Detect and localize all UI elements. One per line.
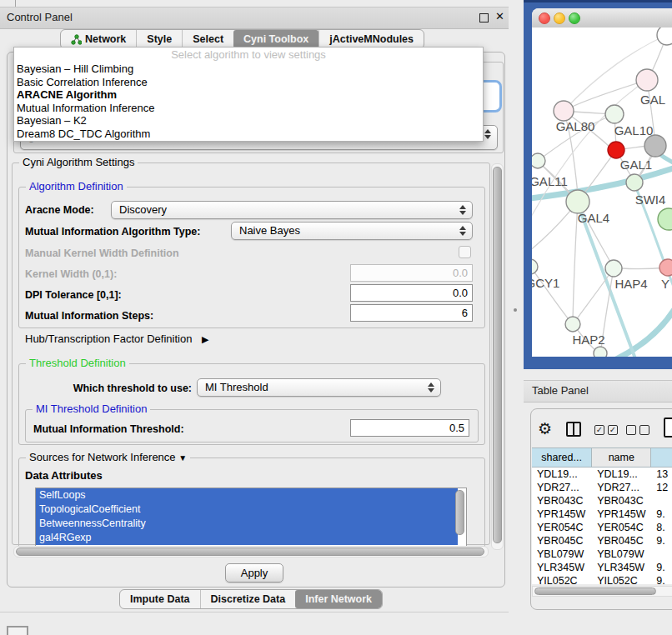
- table-cell: YBL079W: [532, 548, 592, 561]
- tab-select[interactable]: Select: [182, 30, 233, 48]
- attribute-item-selected[interactable]: BetweennessCentrality: [36, 517, 458, 531]
- table-column-header[interactable]: [651, 448, 672, 468]
- kernel-width-field[interactable]: 0.0: [350, 264, 473, 282]
- tab-label: Network: [85, 33, 126, 45]
- group-title: Algorithm Definition: [26, 180, 127, 192]
- table-cell: YBR043C: [532, 494, 592, 508]
- network-canvas[interactable]: GALGAL80GAL10GAL1GAL11SWI4GAL4GCY1HAP4YH…: [532, 28, 672, 357]
- attribute-item-selected[interactable]: TopologicalCoefficient: [36, 502, 458, 517]
- expander-arrow-icon: ▶: [202, 334, 208, 344]
- algorithm-option[interactable]: Bayesian – Hill Climbing: [14, 62, 483, 76]
- network-node[interactable]: [657, 28, 672, 45]
- algorithm-option[interactable]: Dream8 DC_TDC Algorithm: [14, 128, 483, 141]
- select-all-icon-2[interactable]: ✓: [608, 425, 618, 435]
- algorithm-option[interactable]: Basic Correlation Inference: [14, 76, 483, 89]
- tab-discretize-data[interactable]: Discretize Data: [200, 590, 296, 608]
- algorithm-option[interactable]: ARACNE Algorithm: [14, 88, 483, 102]
- deselect-all-icon[interactable]: [626, 425, 636, 435]
- mi-algorithm-type-label: Mutual Information Algorithm Type:: [25, 226, 200, 238]
- aracne-mode-combo[interactable]: Discovery: [111, 201, 473, 219]
- float-window-icon[interactable]: [479, 13, 489, 22]
- algorithm-option[interactable]: Mutual Information Inference: [14, 102, 483, 115]
- table-cell: YIL052C: [592, 574, 651, 584]
- mi-algorithm-type-combo[interactable]: Naive Bayes: [231, 222, 473, 240]
- network-window-titlebar[interactable]: [532, 8, 672, 28]
- tab-impute-data[interactable]: Impute Data: [120, 590, 200, 608]
- close-icon[interactable]: ✕: [495, 10, 504, 22]
- network-node[interactable]: [658, 208, 672, 230]
- table-row[interactable]: YIL052CYIL052C9.: [532, 574, 672, 584]
- table-row[interactable]: YDR27...YDR27...12: [532, 481, 672, 494]
- close-traffic-light[interactable]: [539, 12, 550, 24]
- network-node[interactable]: [644, 135, 666, 157]
- settings-hscroll-thumb[interactable]: [16, 548, 484, 556]
- attribute-item-selected[interactable]: SelfLoops: [36, 488, 458, 502]
- data-attributes-label: Data Attributes: [25, 469, 103, 482]
- apply-button[interactable]: Apply: [225, 563, 283, 582]
- splitter-handle[interactable]: [514, 308, 517, 312]
- network-node[interactable]: [532, 259, 538, 274]
- table-column-header[interactable]: shared...: [532, 448, 592, 468]
- mi-steps-field[interactable]: 6: [350, 304, 473, 322]
- network-edge[interactable]: [575, 268, 614, 321]
- column-view-icon[interactable]: [566, 422, 581, 437]
- tab-infer-network[interactable]: Infer Network: [295, 590, 382, 608]
- network-node[interactable]: [605, 260, 622, 277]
- gear-icon[interactable]: ⚙: [538, 419, 552, 438]
- table-row[interactable]: YBR043CYBR043C: [532, 494, 672, 508]
- network-node[interactable]: [532, 153, 545, 168]
- table-row[interactable]: YBR045CYBR045C9.: [532, 534, 672, 548]
- tab-jactivemnodules[interactable]: jActiveMNodules: [318, 30, 424, 48]
- tab-network[interactable]: Network: [61, 30, 136, 48]
- node-label: GAL11: [532, 174, 568, 188]
- network-node[interactable]: [566, 190, 589, 213]
- table-hscroll-track[interactable]: [532, 586, 672, 597]
- data-attributes-list[interactable]: SelfLoopsTopologicalCoefficientBetweenne…: [35, 488, 467, 548]
- function-builder-icon[interactable]: [664, 418, 672, 438]
- network-node[interactable]: [605, 105, 624, 123]
- mi-threshold-field[interactable]: 0.5: [350, 419, 469, 437]
- table-row[interactable]: YBL079WYBL079W: [532, 548, 672, 561]
- tab-style[interactable]: Style: [136, 30, 182, 48]
- manual-kernel-width-checkbox[interactable]: [459, 246, 471, 258]
- minimized-panel-icon[interactable]: [7, 626, 28, 635]
- settings-vscroll-track[interactable]: [491, 163, 504, 550]
- table-column-header[interactable]: name: [592, 448, 651, 468]
- network-node[interactable]: [659, 259, 672, 276]
- table-cell: YER054C: [532, 521, 592, 534]
- group-title: MI Threshold Definition: [33, 402, 150, 415]
- network-node[interactable]: [636, 69, 658, 91]
- table-row[interactable]: YPR145WYPR145W9.: [532, 508, 672, 521]
- network-node[interactable]: [554, 101, 574, 121]
- network-node[interactable]: [626, 174, 643, 191]
- network-edge[interactable]: [565, 80, 647, 110]
- collapse-arrow-icon[interactable]: ▼: [178, 453, 187, 462]
- deselect-all-icon-2[interactable]: [639, 425, 649, 435]
- dpi-tolerance-field[interactable]: 0.0: [350, 284, 473, 302]
- table-row[interactable]: YDL19...YDL19...13: [532, 468, 672, 481]
- hub-definition-expander[interactable]: Hub/Transcription Factor Definition ▶: [25, 332, 208, 345]
- select-all-icon[interactable]: ✓: [594, 425, 604, 435]
- settings-hscroll-track[interactable]: [13, 546, 489, 558]
- combo-value: Discovery: [119, 203, 167, 216]
- tab-cyni-toolbox[interactable]: Cyni Toolbox: [233, 30, 318, 48]
- table-row[interactable]: YER054CYER054C8.: [532, 521, 672, 534]
- which-threshold-combo[interactable]: MI Threshold: [197, 378, 441, 397]
- screen: Control Panel ✕ Network Style Select Cyn…: [0, 0, 672, 635]
- attribute-item-selected[interactable]: gal4RGexp: [36, 531, 458, 545]
- network-edge[interactable]: [532, 267, 569, 319]
- settings-vscroll-thumb[interactable]: [493, 167, 502, 543]
- algorithm-option[interactable]: Bayesian – K2: [14, 114, 483, 128]
- node-label: HAP2: [572, 332, 604, 347]
- network-node[interactable]: [608, 142, 624, 158]
- table-cell: YPR145W: [592, 508, 651, 521]
- table-hscroll-thumb[interactable]: [534, 588, 656, 595]
- table-row[interactable]: YLR345WYLR345W9.: [532, 561, 672, 574]
- network-node[interactable]: [594, 347, 607, 357]
- minimize-traffic-light[interactable]: [554, 12, 565, 24]
- zoom-traffic-light[interactable]: [569, 12, 580, 24]
- table-cell: YBL079W: [592, 548, 651, 561]
- network-node[interactable]: [565, 317, 580, 332]
- list-scrollbar[interactable]: [455, 490, 464, 535]
- table-cell: YDR27...: [592, 481, 651, 494]
